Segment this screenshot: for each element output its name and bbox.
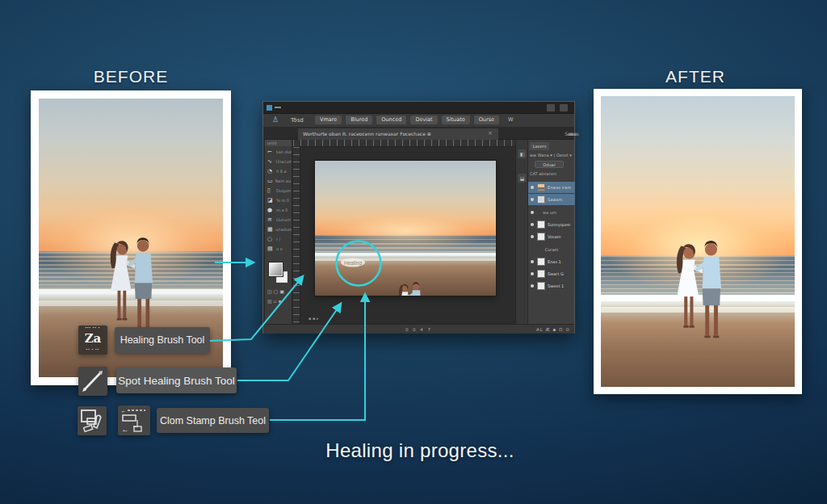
visibility-eye-icon[interactable]	[531, 198, 534, 201]
tutorial-canvas: BEFORE AFTER ♙ Tösd	[0, 0, 827, 504]
menu-item[interactable]: Vmare	[315, 116, 342, 124]
document-tab-bar: Worthurte oban R. raceocenn ranwaxar Foc…	[263, 127, 574, 140]
clone-stamp-tool-label: Clom Stamp Brush Teol	[157, 408, 269, 433]
menu-bar: ♙ Tösd Vmare Blured Ounced Deviat Situat…	[263, 114, 574, 127]
status-right-icons[interactable]: AL Æ ▪ ⊡ ⊙	[536, 327, 570, 332]
tool-row[interactable]: ▯Duqum	[265, 186, 292, 195]
layer-thumbnail	[537, 258, 545, 266]
couple-figure	[657, 227, 741, 339]
menu-item[interactable]: Deviat	[410, 116, 437, 124]
tool-row[interactable]: ◔0 8 a	[265, 166, 292, 176]
close-window-button[interactable]	[560, 104, 568, 111]
properties-panel-icon[interactable]: ⬓	[518, 174, 527, 183]
layer-row[interactable]: Sunnyquee	[528, 219, 575, 230]
before-label: BEFORE	[94, 67, 168, 86]
tool-icon: ▦	[267, 226, 274, 233]
tools-panel-header: untd	[265, 140, 292, 146]
layer-row-selected[interactable]: Sawam	[528, 194, 575, 205]
canvas-photo[interactable]	[315, 161, 496, 296]
menu-item-extra[interactable]: W	[503, 116, 518, 124]
tool-row[interactable]: ▦unadund	[265, 225, 292, 234]
visibility-eye-icon[interactable]	[531, 272, 534, 275]
layer-row-sub[interactable]: wa um	[528, 207, 575, 218]
toolbar-mini-icons-2[interactable]: ▥ ▫ ▪	[267, 298, 282, 304]
layer-thumbnail	[537, 183, 545, 191]
svg-text:⌐: ⌐	[122, 409, 125, 414]
couple-figure	[92, 225, 171, 331]
canvas-area[interactable]: ▪ ▪ ▸	[300, 147, 515, 324]
layers-link-row[interactable]: CAT abnanen	[530, 171, 556, 176]
tool-row[interactable]: ▭Nam au 1	[265, 176, 292, 186]
visibility-eye-icon[interactable]	[531, 260, 534, 263]
layer-thumbnail	[537, 270, 545, 278]
healing-brush-tool-icon: ▪▪▪ ▪▪ ▪ Za ▪▪ ▪ ▪▪	[78, 326, 107, 355]
toolbar-mini-icons[interactable]: ◫ ▢ ▣	[267, 288, 284, 294]
spot-healing-brush-tool-label: Spot Healing Brush Tool	[116, 368, 237, 393]
visibility-eye-icon[interactable]	[531, 235, 534, 238]
window-titlebar[interactable]	[263, 102, 574, 114]
tool-icon: ∿	[267, 158, 274, 165]
menu-item[interactable]: Ounced	[376, 116, 406, 124]
history-panel-icon[interactable]: ◧	[518, 149, 527, 158]
tool-icon: ⌐	[267, 149, 275, 155]
svg-text:▪⌐: ▪⌐	[123, 428, 128, 433]
layer-group-row[interactable]: Curam	[528, 244, 575, 255]
layer-row[interactable]: Vosam	[528, 231, 575, 242]
titlebar-dash	[275, 107, 281, 108]
horizontal-ruler	[293, 140, 515, 147]
tool-row[interactable]: ○r /	[265, 234, 292, 244]
tool-icon: ◔	[267, 168, 275, 174]
menu-item[interactable]: Ourse	[474, 116, 499, 124]
save-status[interactable]: Saue onss ≡	[565, 131, 569, 136]
panel-icon-strip: ◧ ⬓	[515, 140, 527, 324]
menu-item[interactable]: Blured	[346, 116, 372, 124]
layer-row[interactable]: Sweet 1	[528, 280, 575, 292]
healing-brush-tool-label: Healing Brush Tool	[115, 327, 210, 353]
tool-icon: ▯	[267, 187, 275, 194]
layer-thumbnail	[537, 282, 545, 290]
minimize-button[interactable]	[547, 104, 555, 111]
after-photo-frame	[594, 89, 802, 394]
tool-row[interactable]: ◪% m 0	[265, 195, 292, 205]
layer-row[interactable]: Enas 1	[528, 256, 575, 267]
blend-mode-row[interactable]: ww Wana ▾ ( Oanst ▾	[530, 153, 573, 158]
visibility-eye-icon[interactable]	[531, 186, 534, 189]
layer-thumbnail	[537, 195, 545, 204]
foreground-color-swatch[interactable]	[269, 262, 283, 276]
layer-thumbnail	[537, 233, 545, 241]
healing-progress-label: Healing in progress...	[325, 439, 514, 462]
visibility-eye-icon[interactable]	[531, 223, 534, 226]
canvas-footer-marks: ▪ ▪ ▸	[309, 316, 318, 321]
document-tab[interactable]: Worthurte oban R. raceocenn ranwaxar Foc…	[298, 128, 498, 140]
layer-row-selected[interactable]: Enwas iram	[528, 182, 575, 193]
app-logo-icon: ♙	[272, 116, 279, 124]
tool-icon: ○	[267, 236, 275, 242]
tool-row[interactable]: ▤o e	[265, 244, 292, 254]
tool-row[interactable]: ⌐ban dun	[265, 147, 292, 157]
tab-close-icon[interactable]: ×	[488, 130, 493, 136]
tool-icon: ▭	[267, 178, 274, 184]
wave-foam-line	[315, 258, 496, 261]
tool-row[interactable]: ≋Uunum	[265, 215, 292, 225]
clone-stamp-diagram-icon: ⌐ ▪⌐	[118, 405, 150, 435]
app-icon	[267, 105, 272, 111]
tool-icon: ▤	[267, 246, 275, 252]
tool-row[interactable]: ∿Unacum	[265, 157, 292, 166]
layers-button[interactable]: Oduar	[535, 161, 564, 168]
menu-item-first[interactable]: Tösd	[291, 117, 304, 124]
layer-row[interactable]: Swart G	[528, 268, 575, 279]
visibility-eye-icon[interactable]	[531, 211, 534, 214]
layer-thumbnail	[537, 220, 545, 229]
clone-stamp-tool-icon	[78, 406, 107, 435]
visibility-eye-icon[interactable]	[531, 284, 534, 288]
spot-healing-brush-tool-icon	[78, 367, 107, 396]
tools-panel: untd ⌐ban dun ∿Unacum ◔0 8 a ▭Nam au 1 ▯…	[265, 140, 292, 324]
tool-row[interactable]: ●m a 0	[265, 205, 292, 215]
tool-icon: ●	[267, 207, 275, 213]
after-label: AFTER	[665, 67, 725, 86]
layers-tab[interactable]: Lavers	[530, 142, 549, 150]
status-center-text: 0 0 4 7	[405, 327, 432, 332]
photoshop-window: ♙ Tösd Vmare Blured Ounced Deviat Situat…	[262, 101, 575, 334]
tool-icon: ◪	[267, 197, 275, 204]
menu-item[interactable]: Situato	[442, 116, 470, 124]
